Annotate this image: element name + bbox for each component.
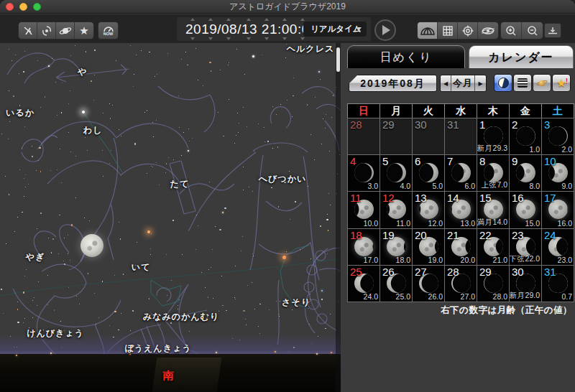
calendar-day-cell[interactable]: 2928.0 (477, 266, 510, 302)
calendar-day-cell[interactable]: 54.0 (380, 155, 413, 192)
datetime-spinner-down[interactable] (226, 37, 231, 40)
datetime-spinner-down[interactable] (300, 37, 305, 40)
zoom-in-button[interactable] (501, 22, 522, 39)
datetime-spinner-up[interactable] (300, 18, 305, 21)
datetime-spinner-up[interactable] (208, 18, 213, 21)
horizon-dome-icon (420, 27, 435, 35)
calendar-day-cell[interactable]: 98.0 (510, 155, 542, 192)
calendar-day-cell[interactable]: 1312.0 (413, 192, 445, 228)
calendar-day-cell[interactable]: 76.0 (445, 155, 477, 192)
calendar-day-cell[interactable]: 310.7 (542, 266, 574, 302)
datetime-panel: 2019/08/13 21:00:00 リアルタイム (177, 17, 371, 41)
tab-bar: 日めくり カレンダー (347, 45, 574, 68)
datetime-display[interactable]: 2019/08/13 21:00:00 (185, 22, 318, 37)
datetime-spinner-up[interactable] (226, 18, 231, 21)
month-selector-button[interactable]: 2019年08月 (349, 75, 437, 92)
next-month-button[interactable]: ▶ (475, 75, 486, 91)
calendar-footnote: 右下の数字は月齢（正午の値） (441, 304, 572, 317)
datetime-spinner-up[interactable] (282, 18, 287, 21)
now-button[interactable]: NOW (98, 22, 119, 39)
calendar-day-cell[interactable]: 2423.0 (542, 229, 574, 266)
calendar-day-cell[interactable]: 28 (348, 118, 380, 155)
constellation-label: いて (132, 261, 151, 274)
calendar-day-cell[interactable]: 2019.0 (413, 229, 445, 266)
moon-age-label: 9.0 (561, 182, 572, 190)
calendar-day-cell[interactable]: 109.0 (542, 155, 574, 192)
this-month-button[interactable]: 今月 (451, 75, 475, 91)
calendar-day-cell[interactable]: 2221.0 (477, 229, 510, 266)
telescope-button[interactable] (19, 22, 37, 39)
calendar-day-cell[interactable]: 30新月29.0 (510, 266, 542, 302)
zoom-toolbar-group (500, 22, 543, 39)
collapse-panel-button[interactable] (544, 23, 561, 38)
datetime-spinner-down[interactable] (208, 37, 213, 40)
calendar-day-cell[interactable]: 1110.0 (348, 192, 380, 228)
galaxy-button[interactable] (37, 22, 56, 39)
calendar-day-cell[interactable]: 29 (380, 118, 413, 155)
minimize-button[interactable] (19, 3, 27, 11)
calendar-day-cell[interactable]: 30 (413, 118, 445, 155)
weekday-header-cell: 土 (542, 104, 574, 118)
tab-calendar[interactable]: カレンダー (469, 45, 574, 68)
calendar-day-cell[interactable]: 2726.0 (413, 266, 445, 302)
datetime-spinner-up[interactable] (264, 18, 269, 21)
datetime-spinner-down[interactable] (247, 37, 251, 40)
eye-view-button[interactable] (478, 22, 498, 39)
calendar-day-cell[interactable]: 2625.0 (380, 266, 413, 302)
sky-view[interactable]: ヘルクレスやいるかわしたてへびつかいやぎいてさそりみなみのかんむりぼうえんきょう… (0, 43, 341, 392)
tab-daily[interactable]: 日めくり (347, 45, 465, 68)
horizon-view-button[interactable] (418, 22, 438, 39)
calendar-day-cell[interactable]: 32.0 (542, 118, 574, 155)
calendar-day-cell[interactable]: 21.0 (510, 118, 542, 155)
datetime-spinner-down[interactable] (264, 37, 269, 40)
star-button[interactable]: ★ (75, 22, 93, 39)
calendar-day-cell[interactable]: 8上弦7.0 (477, 155, 510, 192)
zoom-out-button[interactable] (522, 22, 543, 39)
planet-button[interactable] (56, 22, 75, 39)
calendar-day-cell[interactable]: 1615.0 (510, 192, 542, 228)
horizon-light (216, 352, 217, 353)
bright-star (82, 111, 85, 113)
calendar-grid: 282930311新月29.321.032.043.054.065.076.08… (347, 118, 574, 302)
calendar-day-cell[interactable]: 2120.0 (445, 229, 477, 266)
calendar-day-cell[interactable]: 1211.0 (380, 192, 413, 228)
calendar-day-cell[interactable]: 2524.0 (348, 266, 380, 302)
event-mode-button[interactable]: ★! (552, 74, 571, 92)
planet-mode-button[interactable] (533, 74, 551, 92)
time-mode-select[interactable]: リアルタイム (303, 22, 367, 37)
calendar-day-cell[interactable]: 31 (445, 118, 477, 155)
calendar-day-cell[interactable]: 1413.0 (445, 192, 477, 228)
calendar-day-cell[interactable]: 2827.0 (445, 266, 477, 302)
datetime-spinner-down[interactable] (190, 37, 195, 40)
planet-icon (59, 25, 72, 37)
moon-age-label: 25.0 (396, 292, 410, 301)
day-number: 27 (415, 266, 427, 278)
calendar-day-cell[interactable]: 23下弦22.0 (510, 229, 542, 266)
calendar-day-cell[interactable]: 1716.0 (542, 192, 574, 228)
weekday-header-cell: 木 (477, 104, 510, 118)
prev-month-button[interactable]: ◀ (441, 75, 451, 91)
grid-view-button[interactable] (438, 22, 458, 39)
calendar-day-cell[interactable]: 15満月14.0 (477, 192, 510, 228)
calendar-day-cell[interactable]: 65.0 (413, 155, 445, 192)
moon-age-label: 21.0 (493, 256, 507, 264)
datetime-spinner-up[interactable] (247, 18, 251, 21)
moon-phase-mode-button[interactable] (494, 74, 512, 92)
close-button[interactable] (6, 3, 14, 11)
calendar-day-cell[interactable]: 43.0 (348, 155, 380, 192)
crosshair-view-button[interactable] (458, 22, 478, 39)
titlebar: アストロガイドブラウザ2019 (0, 0, 575, 14)
play-button[interactable] (374, 19, 396, 41)
calendar-day-cell[interactable]: 1918.0 (380, 229, 413, 266)
sky-scrollbar[interactable] (336, 43, 341, 392)
day-number: 29 (479, 266, 492, 278)
list-mode-button[interactable] (513, 74, 532, 92)
sky-scrollbar-thumb[interactable] (336, 47, 340, 72)
day-number: 26 (382, 266, 395, 278)
calendar-day-cell[interactable]: 1新月29.3 (477, 118, 510, 155)
zoom-window-button[interactable] (33, 3, 41, 11)
datetime-spinner-down[interactable] (282, 37, 287, 40)
moon-age-label: 19.0 (428, 256, 443, 264)
datetime-spinner-up[interactable] (190, 18, 195, 21)
calendar-day-cell[interactable]: 1817.0 (348, 229, 380, 266)
